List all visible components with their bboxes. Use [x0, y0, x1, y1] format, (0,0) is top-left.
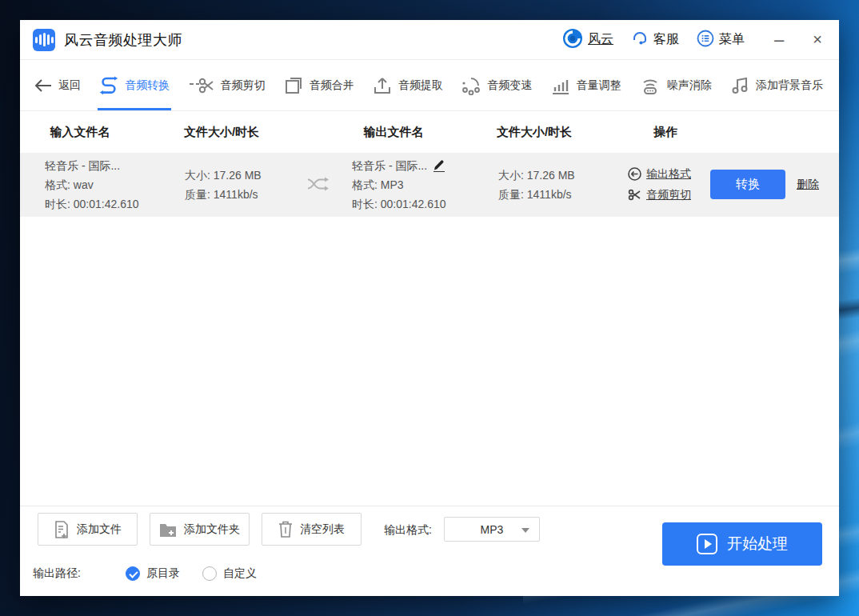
- tab-audio-speed[interactable]: 音频变速: [461, 60, 532, 110]
- add-folder-icon: [159, 522, 177, 538]
- col-output-name: 输出文件名: [364, 125, 424, 140]
- minimize-button[interactable]: –: [769, 30, 789, 50]
- brand-label: 风云: [588, 31, 613, 48]
- cut-icon: [628, 188, 641, 202]
- back-arrow-icon: [34, 79, 52, 92]
- edit-name-icon[interactable]: [433, 160, 445, 172]
- file-row: 轻音乐 - 国际... 格式: wav 时长: 00:01:42.610 大小:…: [20, 153, 839, 217]
- input-size-info: 大小: 17.26 MB 质量: 1411kb/s: [185, 166, 262, 204]
- output-file-info: 轻音乐 - 国际... 格式: MP3 时长: 00:01:42.610: [352, 156, 446, 214]
- start-process-button[interactable]: 开始处理: [662, 522, 822, 566]
- delete-link[interactable]: 删除: [797, 178, 819, 192]
- brand-logo-icon: [562, 28, 583, 52]
- audio-cut-link[interactable]: 音频剪切: [628, 184, 691, 205]
- radio-icon: [202, 566, 217, 581]
- titlebar: 风云音频处理大师 风云 客服: [20, 20, 839, 60]
- tab-audio-extract[interactable]: 音频提取: [373, 60, 443, 110]
- menu-label: 菜单: [719, 31, 745, 48]
- output-format-label: 输出格式:: [384, 523, 432, 538]
- col-input-name: 输入文件名: [50, 125, 110, 140]
- audio-merge-icon: [284, 76, 303, 95]
- radio-icon: [126, 566, 140, 581]
- table-header: 输入文件名 文件大小/时长 输出文件名 文件大小/时长 操作: [20, 111, 839, 153]
- support-label: 客服: [653, 31, 679, 48]
- add-folder-button[interactable]: 添加文件夹: [150, 513, 250, 546]
- close-button[interactable]: ×: [807, 30, 828, 49]
- output-format-select[interactable]: MP3: [444, 517, 540, 542]
- noise-remove-icon: [640, 76, 661, 95]
- app-window: 风云音频处理大师 风云 客服: [20, 20, 839, 596]
- chevron-down-icon: [521, 528, 529, 533]
- app-logo-icon: [33, 29, 55, 51]
- radio-custom-dir[interactable]: 自定义: [202, 566, 257, 581]
- tab-audio-cut[interactable]: 音频剪切: [189, 60, 266, 110]
- input-file-info: 轻音乐 - 国际... 格式: wav 时长: 00:01:42.610: [45, 156, 139, 214]
- col-actions: 操作: [653, 125, 677, 140]
- tab-audio-merge[interactable]: 音频合并: [284, 60, 354, 110]
- add-bg-music-icon: [730, 76, 749, 95]
- output-path-label: 输出路径:: [33, 566, 81, 581]
- menu-button[interactable]: 菜单: [697, 30, 745, 50]
- radio-original-dir[interactable]: 原目录: [126, 566, 180, 581]
- tab-volume-adjust[interactable]: 音量调整: [551, 60, 621, 110]
- audio-cut-icon: [189, 76, 214, 95]
- audio-convert-icon: [99, 76, 118, 95]
- menu-icon: [697, 30, 714, 50]
- clear-list-button[interactable]: 清空列表: [262, 513, 362, 546]
- col-output-size: 文件大小/时长: [497, 125, 572, 140]
- tab-back[interactable]: 返回: [34, 60, 81, 110]
- output-size-info: 大小: 17.26 MB 质量: 1411kb/s: [498, 166, 575, 204]
- bottom-toolbar: 添加文件 添加文件夹 清空列表 输出格式: MP3 开始处理 输出路径:: [20, 506, 839, 596]
- output-format-icon: [628, 167, 641, 181]
- file-list-empty-area: [20, 217, 839, 506]
- headset-icon: [631, 30, 649, 50]
- tab-audio-convert[interactable]: 音频转换: [99, 60, 170, 110]
- shuffle-icon: [306, 174, 330, 199]
- desktop-background: 风云音频处理大师 风云 客服: [0, 0, 859, 616]
- tabbar: 返回 音频转换 音频剪切 音频合并 音频提取 音频变速: [20, 60, 839, 111]
- output-path-row: 输出路径: 原目录 自定义: [33, 566, 257, 581]
- audio-speed-icon: [461, 76, 481, 95]
- col-input-size: 文件大小/时长: [184, 125, 259, 140]
- play-icon: [697, 534, 717, 554]
- trash-icon: [278, 521, 293, 538]
- convert-button[interactable]: 转换: [710, 170, 785, 199]
- row-actions: 输出格式 音频剪切: [628, 163, 691, 205]
- support-button[interactable]: 客服: [631, 30, 679, 50]
- app-title: 风云音频处理大师: [64, 30, 182, 50]
- add-file-button[interactable]: 添加文件: [38, 513, 138, 546]
- audio-extract-icon: [373, 76, 392, 95]
- output-format-link[interactable]: 输出格式: [628, 163, 691, 184]
- add-file-icon: [54, 521, 70, 538]
- tab-noise-remove[interactable]: 噪声消除: [640, 60, 712, 110]
- brand-button[interactable]: 风云: [562, 28, 613, 52]
- tab-add-bg-music[interactable]: 添加背景音乐: [730, 60, 823, 110]
- volume-adjust-icon: [551, 76, 570, 95]
